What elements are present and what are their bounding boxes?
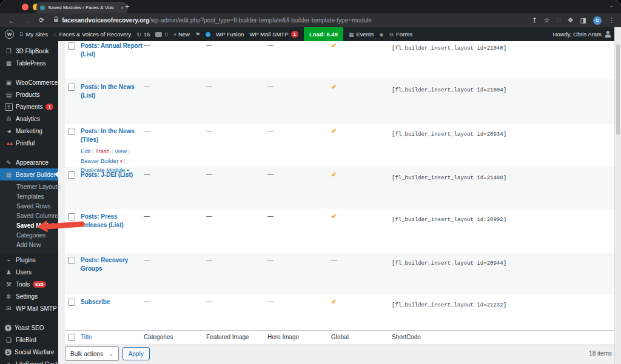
row-checkbox[interactable] [68,299,75,306]
submenu-saved-rows[interactable]: Saved Rows [0,202,58,211]
wordpress-logo-icon[interactable]: W [5,30,14,39]
row-checkbox[interactable] [68,171,75,179]
megaphone-icon: ◄ [5,128,13,134]
row-checkbox[interactable] [68,84,75,91]
sidebar-item-payments[interactable]: $Payments1 [0,101,58,113]
shortcode-cell: [fl_builder_insert_layout id=21004] [392,79,615,124]
forward-icon[interactable]: → [24,17,30,24]
sidebar-item-printful[interactable]: ▲▲Printful [0,137,58,149]
module-title-link[interactable]: Subscribe [81,299,110,305]
column-header-shortcode: ShortCode [392,331,615,345]
global-check-icon: ✔ [331,83,337,90]
my-sites-menu[interactable]: ⠿My Sites [19,31,48,38]
submenu-themer-layouts[interactable]: Themer Layouts [0,182,58,192]
beaver-builder-link[interactable]: Beaver Builder [81,157,118,164]
sidebar-item-tools[interactable]: ⚒Tools635 [0,278,58,290]
saved-modules-table: Posts: Annual Report (List) — — — ✔ [fl_… [65,41,615,345]
wp-fusion-menu[interactable]: WP Fusion [216,31,244,38]
sidebar-item-analytics[interactable]: ılıAnalytics [0,113,58,125]
sidebar-item-beaver-builder[interactable]: ▦Beaver Builder [0,168,58,180]
profile-avatar[interactable]: C [593,16,602,25]
browser-menu-icon[interactable]: ⋮ [608,16,615,24]
sidebar-item-settings[interactable]: ⚙Settings [0,290,58,302]
back-icon[interactable]: ← [8,17,15,24]
url-domain: facesandvoicesofrecovery.org [62,17,149,24]
featured-image-cell: — [206,167,267,209]
module-title-link[interactable]: Posts: In the News (Tiles) [81,128,135,143]
shortcode-cell: [fl_builder_insert_layout id=21040] [392,41,615,79]
updates-menu[interactable]: ↻16 [136,31,150,38]
brush-icon: ✎ [5,159,13,166]
table-row: Posts: J-DEI (List) — — — ✔ [fl_builder_… [65,167,615,209]
module-title-link[interactable]: Posts: Recovery Groups [81,257,128,272]
module-title-link[interactable]: Posts: In the News (List) [81,84,135,99]
sidebar-item-tablepress[interactable]: ▦TablePress [0,57,58,69]
hero-image-cell: — [267,294,331,330]
trash-link[interactable]: Trash [95,148,110,154]
submenu-add-new[interactable]: Add New [0,240,58,250]
select-all-checkbox[interactable] [68,334,75,341]
litespeed-menu[interactable]: ◈ [380,31,384,38]
edit-link[interactable]: Edit [81,148,90,154]
sidebar-item-users[interactable]: ♟Users [0,266,58,278]
new-tab-button[interactable]: + [125,2,130,11]
extensions-puzzle-icon[interactable]: ❖ [568,16,574,24]
shortcode-cell: [fl_builder_insert_layout id=20992] [392,209,615,253]
server-load-badge[interactable]: Load: 6.49 [304,27,343,41]
tab-close-icon[interactable]: × [121,5,124,11]
side-panel-icon[interactable]: ◨ [580,16,586,24]
close-window-button[interactable] [22,4,29,10]
bulk-actions-select[interactable]: Bulk actions ⌄ [65,346,119,361]
new-content-menu[interactable]: + New [173,31,190,38]
caret-down-icon[interactable]: ▾ [120,159,123,164]
share-icon[interactable]: ↥ [532,16,537,24]
scrollbar-thumb[interactable] [616,44,620,135]
module-title-link[interactable]: Posts: Press Releases (List) [81,213,124,228]
view-link[interactable]: View [115,148,127,154]
site-name-menu[interactable]: ⌂Faces & Voices of Recovery [53,31,131,38]
row-checkbox[interactable] [68,257,75,264]
row-checkbox[interactable] [68,42,75,50]
sidebar-item-appearance[interactable]: ✎Appearance [0,156,58,168]
flag-menu[interactable]: ⚑ [195,31,200,38]
sort-title-link[interactable]: Title [81,334,92,340]
submenu-templates[interactable]: Templates [0,192,58,202]
book-icon: ❒ [5,48,13,55]
padlock-icon[interactable] [54,19,58,22]
forms-menu[interactable]: ⊖Forms [389,31,412,38]
sidebar-item-plugins[interactable]: ⌁Plugins [0,254,58,266]
events-menu[interactable]: ▦Events [349,31,374,38]
sidebar-item-litespeed-cache[interactable]: ◈LiteSpeed Cache [0,358,58,364]
sidebar-item-social-warfare[interactable]: SSocial Warfare [0,346,58,358]
tab-search-chevron-icon[interactable]: ⌄ [609,2,614,8]
sidebar-item-yoast-seo[interactable]: YYoast SEO [0,322,58,334]
browser-tab[interactable]: Saved Modules ‹ Faces & Voic × [36,2,127,13]
hero-image-cell: — [267,79,331,124]
items-count: 18 items [589,350,612,357]
sidebar-item-wp-mail-smtp[interactable]: ✉WP Mail SMTP [0,302,58,314]
reload-icon[interactable]: ⟳ [39,16,44,24]
comments-menu[interactable]: 0 [155,31,167,38]
sidebar-item-filebird[interactable]: ❏FileBird [0,334,58,346]
url-bar[interactable]: facesandvoicesofrecovery.org/wp-admin/ed… [62,17,531,24]
payments-badge: 1 [45,104,53,110]
sidebar-item-products[interactable]: ▤Products [0,88,58,101]
beaver-builder-icon: ▦ [5,171,13,178]
row-checkbox[interactable] [68,128,75,135]
apply-button[interactable]: Apply [123,347,150,360]
hero-image-cell: — [267,253,331,294]
arrow-head-icon [36,220,47,233]
extension-badge-icon[interactable]: ∷ [557,16,561,24]
table-icon: ▦ [5,60,13,67]
module-title-link[interactable]: Posts: J-DEI (List) [81,171,133,178]
account-menu[interactable]: Howdy, Chris Aram [552,31,611,38]
sidebar-item-woocommerce[interactable]: ▣WooCommerce [0,76,58,88]
sidebar-item-marketing[interactable]: ◄Marketing [0,125,58,137]
forms-icon: ⊖ [389,31,394,38]
global-check-icon: ✔ [331,127,337,134]
wp-mail-smtp-menu[interactable]: WP Mail SMTP1 [249,31,298,38]
module-title-link[interactable]: Posts: Annual Report (List) [81,42,143,58]
sidebar-item-3d-flipbook[interactable]: ❒3D FlipBook [0,45,58,57]
bulk-actions-bar: Bulk actions ⌄ Apply [65,346,150,361]
bookmark-star-icon[interactable]: ☆ [544,16,550,24]
